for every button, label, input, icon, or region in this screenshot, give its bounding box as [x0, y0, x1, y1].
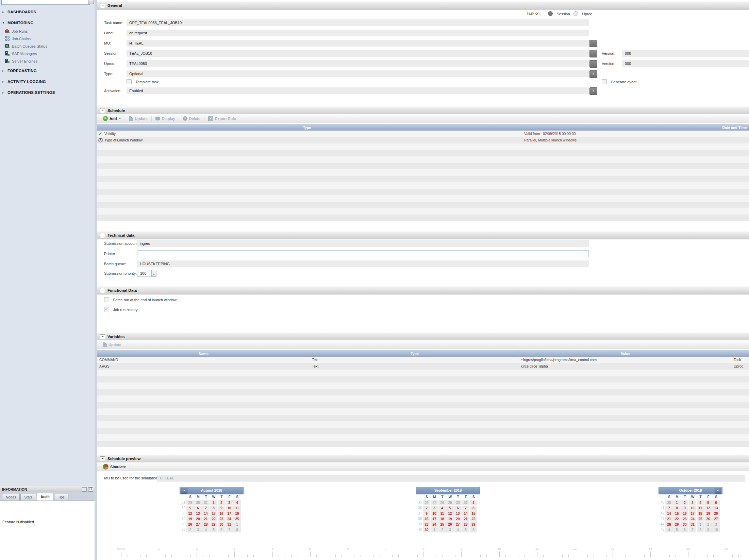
tab-stats[interactable]: Stats [20, 494, 36, 500]
update-button[interactable]: Update [126, 116, 150, 121]
submission-priority-field[interactable] [137, 270, 151, 277]
calendar-prev-button[interactable]: ◄ [181, 488, 187, 494]
calendar-day-cell[interactable]: 16 [423, 516, 430, 522]
calendar-day-cell[interactable]: 25 [233, 516, 241, 522]
calendar-day-cell[interactable]: 26 [446, 522, 454, 527]
job-run-history-checkbox[interactable]: Job run history [104, 306, 138, 312]
calendar-day-cell[interactable]: 25 [438, 522, 446, 527]
column-header-date-and-time[interactable]: Date and Time [517, 124, 749, 131]
calendar-day-cell[interactable]: 11 [438, 511, 446, 516]
force-run-checkbox[interactable]: Force run at the end of launch window [104, 296, 177, 303]
calendar-day-cell[interactable]: 23 [218, 516, 225, 522]
calendar-day-cell[interactable]: 29 [210, 522, 217, 527]
sidebar-search-input[interactable] [1, 0, 90, 5]
detach-icon[interactable]: ❐ [88, 487, 93, 492]
calendar-day-cell[interactable]: 25 [697, 516, 704, 522]
calendar-day-cell[interactable]: 28 [202, 522, 210, 527]
calendar-day-cell[interactable]: 22 [470, 516, 477, 522]
calendar-day-cell[interactable]: 3 [689, 500, 696, 505]
calendar-next-button[interactable]: ► [715, 488, 721, 494]
calendar-day-cell[interactable]: 29 [470, 522, 477, 527]
calendar-day-cell[interactable]: 18 [697, 511, 704, 516]
calendar-day-cell[interactable]: 31 [226, 522, 233, 527]
calendar-day-cell[interactable]: 5 [186, 506, 194, 511]
collapse-icon[interactable]: − [100, 3, 105, 8]
variable-row[interactable]: COMMANDText~ingres/proglib/itma/programs… [97, 357, 749, 363]
calendar-day-cell[interactable]: 17 [431, 516, 438, 522]
calendar-day-cell[interactable]: 1 [673, 500, 681, 505]
sidebar-item-operations-settings[interactable]: ▶ OPERATIONS SETTINGS [2, 90, 55, 95]
calendar-day-cell[interactable]: 2 [218, 500, 225, 505]
calendar-day-cell[interactable]: 27 [194, 522, 202, 527]
calendar-day-cell[interactable]: 6 [194, 506, 202, 511]
sidebar-splitter[interactable] [95, 0, 97, 560]
column-header-type[interactable]: Type [97, 124, 517, 131]
calendar-day-cell[interactable]: 13 [194, 511, 202, 516]
calendar-day-cell[interactable]: 22 [210, 516, 217, 522]
calendar-day-cell[interactable]: 1 [210, 500, 217, 505]
calendar-day-cell[interactable]: 19 [446, 516, 454, 522]
calendar-day-cell[interactable]: 21 [202, 516, 210, 522]
session-version-field[interactable] [622, 50, 749, 57]
calendar-day-cell[interactable]: 28 [665, 522, 673, 527]
sidebar-item-job-runs[interactable]: Job Runs [5, 29, 28, 34]
tab-tips[interactable]: Tips [54, 494, 68, 500]
calendar-day-cell[interactable]: 16 [218, 511, 225, 516]
calendar-day-cell[interactable]: 8 [673, 506, 681, 511]
calendar-day-cell[interactable]: 24 [431, 522, 438, 527]
calendar-day-cell[interactable]: 3 [431, 506, 438, 511]
calendar-day-cell[interactable]: 1 [470, 500, 477, 505]
sidebar-item-job-chains[interactable]: Job Chains [5, 36, 31, 41]
generate-event-checkbox[interactable]: Generate event [602, 79, 636, 85]
submission-priority-stepper[interactable]: ▲▼ [151, 270, 156, 277]
uproc-version-field[interactable] [622, 60, 749, 67]
column-header-value[interactable]: Value [519, 350, 732, 357]
calendar-day-cell[interactable]: 15 [210, 511, 217, 516]
add-button[interactable]: + Add ▼ [100, 116, 124, 121]
calendar-day-cell[interactable]: 14 [462, 511, 469, 516]
activation-dropdown-button[interactable]: ▾ [589, 87, 597, 95]
task-on-session-radio[interactable]: Session [548, 11, 570, 17]
calendar-day-cell[interactable]: 27 [712, 516, 720, 522]
schedule-row[interactable]: Type of Launch WindowParallel, Multiple … [97, 137, 749, 144]
collapse-icon[interactable]: − [100, 233, 105, 238]
calendar-day-cell[interactable]: 22 [673, 516, 681, 522]
session-field[interactable] [127, 50, 589, 57]
calendar-day-cell[interactable]: 3 [226, 500, 233, 505]
calendar-day-cell[interactable]: 21 [665, 516, 673, 522]
calendar-day-cell[interactable]: 20 [194, 516, 202, 522]
calendar-day-cell[interactable]: 12 [186, 511, 194, 516]
tab-nodes[interactable]: Nodes [2, 494, 20, 500]
calendar-day-cell[interactable]: 15 [470, 511, 477, 516]
calendar-day-cell[interactable]: 30 [423, 527, 430, 532]
calendar-day-cell[interactable]: 4 [438, 506, 446, 511]
calendar-day-cell[interactable]: 9 [681, 506, 688, 511]
calendar-day-cell[interactable]: 20 [454, 516, 462, 522]
simulation-mu-field[interactable] [157, 475, 745, 481]
calendar-day-cell[interactable]: 24 [689, 516, 696, 522]
calendar-day-cell[interactable]: 20 [712, 511, 720, 516]
printer-field[interactable] [137, 250, 589, 257]
sidebar-item-forecasting[interactable]: ▶ FORECASTING [2, 69, 37, 73]
sidebar-search-button[interactable] [88, 0, 94, 4]
export-rule-button[interactable]: ✓ Export Rule [205, 116, 239, 121]
variable-row[interactable]: ARGSTextcirce circe_alphaUproc [97, 363, 749, 370]
calendar-day-cell[interactable]: 27 [454, 522, 462, 527]
calendar-day-cell[interactable]: 7 [665, 506, 673, 511]
calendar-day-cell[interactable]: 16 [681, 511, 688, 516]
calendar-day-cell[interactable]: 6 [454, 506, 462, 511]
delete-button[interactable]: × Delete [180, 116, 203, 121]
calendar-day-cell[interactable]: 13 [712, 506, 720, 511]
calendar-day-cell[interactable]: 10 [226, 506, 233, 511]
session-browse-button[interactable] [589, 50, 597, 57]
task-on-uproc-radio[interactable]: Uproc [573, 11, 592, 17]
display-button[interactable]: Display [153, 117, 178, 121]
tab-audit[interactable]: Audit [37, 493, 53, 500]
calendar-day-cell[interactable]: 11 [233, 506, 241, 511]
calendar-day-cell[interactable]: 2 [681, 500, 688, 505]
collapse-icon[interactable]: − [100, 288, 105, 293]
calendar-day-cell[interactable]: 10 [689, 506, 696, 511]
calendar-day-cell[interactable]: 4 [233, 500, 241, 505]
sidebar-item-server-engines[interactable]: Server Engines [5, 58, 37, 64]
minimize-icon[interactable]: − [82, 487, 87, 492]
